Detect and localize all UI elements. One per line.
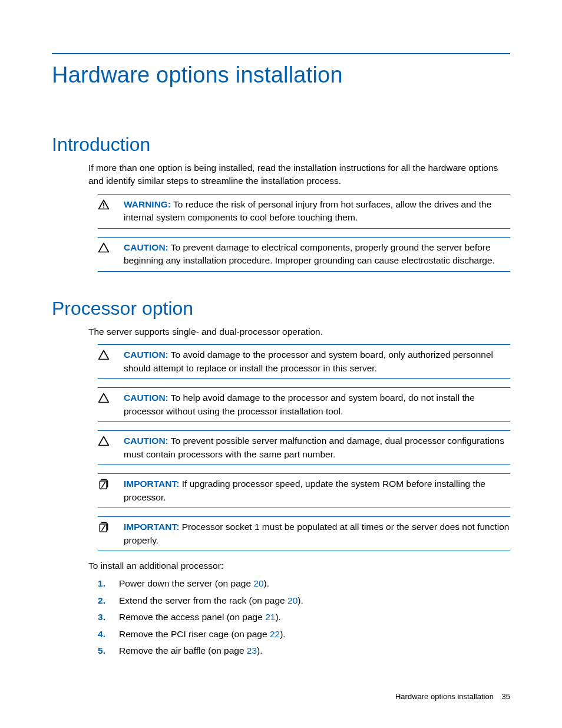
page-xref[interactable]: 20 (287, 595, 297, 605)
callout-caution: CAUTION: To prevent possible server malf… (98, 430, 510, 465)
step-text-post: ). (280, 629, 285, 639)
footer-section: Hardware options installation (395, 692, 494, 701)
warning-icon (98, 198, 124, 210)
steps-leadin: To install an additional processor: (88, 559, 510, 572)
callout-text: To prevent damage to electrical componen… (124, 242, 495, 265)
section-heading-processor: Processor option (52, 298, 510, 319)
important-icon (98, 521, 124, 533)
callout-text: To prevent possible server malfunction a… (124, 436, 504, 459)
page-footer: Hardware options installation 35 (395, 692, 510, 701)
processor-paragraph: The server supports single- and dual-pro… (88, 325, 510, 338)
step-item: Remove the PCI riser cage (on page 22). (98, 628, 510, 641)
document-page: Hardware options installation Introducti… (0, 0, 562, 658)
callout-caution: CAUTION: To help avoid damage to the pro… (98, 387, 510, 422)
page-xref[interactable]: 23 (247, 645, 257, 655)
step-text-pre: Remove the access panel (on page (119, 612, 265, 622)
callout-label: CAUTION: (124, 436, 168, 446)
step-text-post: ). (297, 595, 303, 605)
callout-text: To avoid damage to the processor and sys… (124, 350, 493, 373)
step-text-pre: Power down the server (on page (119, 578, 253, 588)
callout-caution: CAUTION: To prevent damage to electrical… (98, 237, 510, 272)
callout-label: CAUTION: (124, 393, 168, 403)
step-item: Remove the access panel (on page 21). (98, 611, 510, 624)
page-xref[interactable]: 22 (270, 629, 280, 639)
page-title: Hardware options installation (52, 62, 510, 88)
page-xref[interactable]: 20 (253, 578, 263, 588)
callout-label: CAUTION: (124, 350, 168, 360)
svg-point-1 (103, 207, 104, 208)
callout-important: IMPORTANT: Processor socket 1 must be po… (98, 516, 510, 551)
caution-icon (98, 391, 124, 404)
step-item: Remove the air baffle (on page 23). (98, 644, 510, 657)
step-text-post: ). (257, 645, 262, 655)
step-item: Extend the server from the rack (on page… (98, 594, 510, 607)
caution-icon (98, 241, 124, 253)
caution-icon (98, 434, 124, 447)
callout-caution: CAUTION: To avoid damage to the processo… (98, 344, 510, 379)
top-rule (52, 53, 510, 54)
step-text-pre: Extend the server from the rack (on page (119, 595, 287, 605)
intro-body: If more than one option is being install… (88, 162, 510, 272)
step-text-pre: Remove the air baffle (on page (119, 645, 247, 655)
step-text-pre: Remove the PCI riser cage (on page (119, 629, 270, 639)
footer-page-number: 35 (502, 692, 510, 701)
step-text-post: ). (264, 578, 269, 588)
processor-body: The server supports single- and dual-pro… (88, 325, 510, 658)
callout-label: WARNING: (124, 199, 171, 209)
callout-label: IMPORTANT: (124, 479, 179, 489)
page-xref[interactable]: 21 (265, 612, 275, 622)
callout-text: Processor socket 1 must be populated at … (124, 522, 509, 545)
callout-important: IMPORTANT: If upgrading processor speed,… (98, 473, 510, 508)
callout-label: CAUTION: (124, 242, 168, 252)
callout-warning: WARNING: To reduce the risk of personal … (98, 194, 510, 229)
intro-paragraph: If more than one option is being install… (88, 162, 510, 188)
caution-icon (98, 348, 124, 361)
callout-text: To help avoid damage to the processor an… (124, 393, 475, 416)
step-item: Power down the server (on page 20). (98, 577, 510, 590)
callout-text: To reduce the risk of personal injury fr… (124, 199, 491, 222)
install-steps: Power down the server (on page 20). Exte… (98, 577, 510, 657)
callout-label: IMPORTANT: (124, 522, 179, 532)
section-heading-introduction: Introduction (52, 134, 510, 156)
step-text-post: ). (275, 612, 280, 622)
important-icon (98, 477, 124, 490)
